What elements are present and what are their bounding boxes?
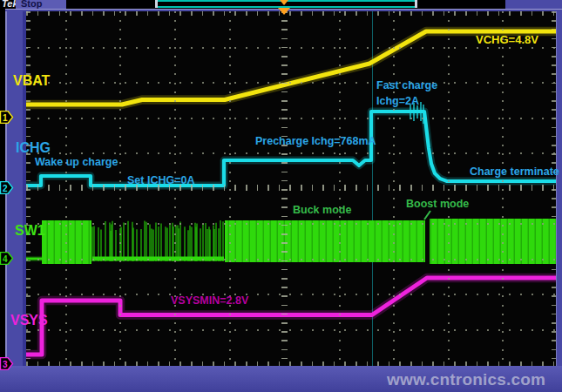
graticule-hline bbox=[26, 118, 556, 119]
channel-1-position-marker[interactable]: 1 bbox=[0, 111, 14, 127]
waveform-graticule bbox=[26, 11, 556, 366]
channel-2-position-marker[interactable]: 2 bbox=[0, 181, 14, 198]
graticule-hline bbox=[26, 329, 556, 331]
oscilloscope-screen: Tek Stop VCHG=4.8VVBATFast chargeIchg=2A… bbox=[0, 0, 562, 392]
annotation-terminate: Charge terminate bbox=[470, 166, 559, 178]
trigger-position-icon[interactable] bbox=[280, 0, 288, 5]
graticule-hline bbox=[26, 82, 556, 84]
annotation-precharge: Precharge Ichg=768mA bbox=[255, 135, 376, 147]
watermark: www.cntronics.com bbox=[387, 370, 545, 389]
channel-marker-arrow-icon: 2 bbox=[0, 181, 14, 194]
svg-text:2: 2 bbox=[3, 184, 8, 193]
display-frame-right bbox=[556, 11, 562, 367]
channel-marker-arrow-icon: 3 bbox=[0, 357, 14, 370]
graticule-hline bbox=[26, 223, 556, 225]
graticule-hline bbox=[26, 47, 556, 49]
sw1-block-texture bbox=[225, 220, 425, 262]
record-view-right-bracket bbox=[415, 0, 417, 8]
svg-text:4: 4 bbox=[3, 254, 8, 264]
annotation-sw1: SW1 bbox=[15, 223, 45, 239]
trigger-position-marker-icon[interactable] bbox=[278, 8, 290, 15]
annotation-boostmode: Boost mode bbox=[406, 198, 469, 210]
annotation-ichg2a: Ichg=2A bbox=[376, 95, 419, 107]
annotation-setichg: Set ICHG=0A bbox=[127, 174, 194, 186]
acquisition-status-label: Stop bbox=[21, 0, 42, 9]
record-view-left-bracket bbox=[155, 0, 158, 8]
annotation-vsys: VSYS bbox=[10, 313, 48, 328]
channel-3-position-marker[interactable]: 3 bbox=[0, 357, 14, 374]
top-right-filler bbox=[505, 0, 562, 9]
annotation-vchg: VCHG=4.8V bbox=[476, 33, 538, 46]
annotation-wakeup: Wake up charge bbox=[35, 156, 118, 168]
channel-4-position-marker[interactable]: 4 bbox=[0, 252, 14, 268]
annotation-buckmode: Buck mode bbox=[293, 204, 351, 216]
annotation-fastcharge: Fast charge bbox=[376, 79, 437, 91]
svg-text:1: 1 bbox=[3, 113, 8, 123]
annotation-ichg: ICHG bbox=[16, 140, 51, 156]
acquisition-status: Stop bbox=[16, 0, 66, 9]
svg-text:3: 3 bbox=[3, 359, 8, 368]
boost-mode-pointer bbox=[424, 211, 430, 220]
graticule-hline bbox=[26, 259, 556, 260]
graticule-hline bbox=[26, 294, 556, 295]
annotation-vbat: VBAT bbox=[13, 73, 50, 89]
channel-marker-arrow-icon: 1 bbox=[0, 111, 14, 124]
channel-marker-arrow-icon: 4 bbox=[0, 252, 14, 265]
graticule-center-haxis bbox=[26, 185, 556, 191]
vsys-trace bbox=[26, 278, 556, 355]
annotation-vsysmin: VSYSMIN=2.8V bbox=[171, 294, 248, 307]
graticule-hline bbox=[26, 152, 556, 154]
